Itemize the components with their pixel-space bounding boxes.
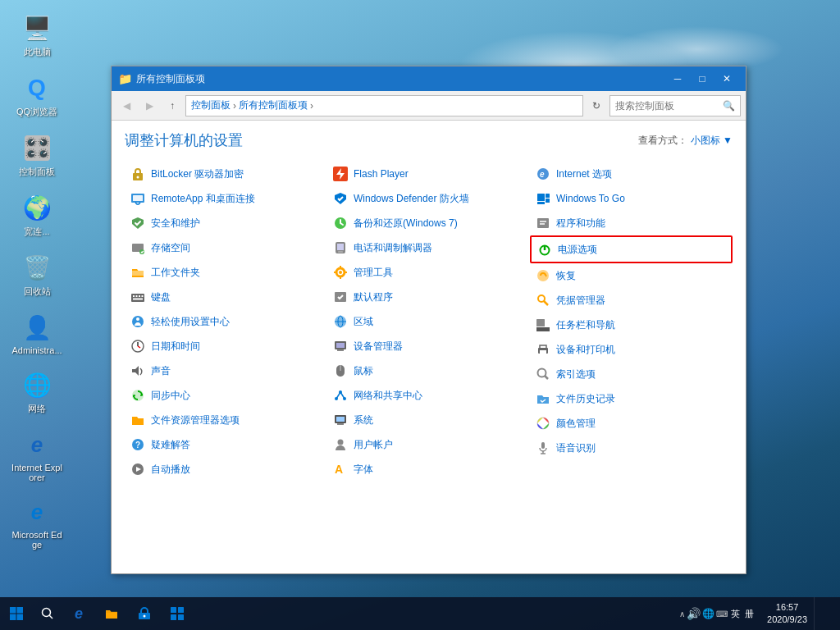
- cp-item-device[interactable]: 设备管理器: [327, 334, 530, 358]
- filehistory-icon: [535, 390, 551, 407]
- cp-item-color[interactable]: 颜色管理: [530, 411, 733, 436]
- svg-line-17: [138, 346, 140, 348]
- cp-item-internet[interactable]: e Internet 选项: [530, 162, 733, 186]
- desktop-icon-network[interactable]: 🌐 网络: [8, 365, 66, 418]
- up-button[interactable]: ↑: [162, 96, 182, 116]
- cp-item-default[interactable]: 默认程序: [327, 285, 530, 309]
- cp-item-taskbar[interactable]: 任务栏和导航: [530, 313, 733, 337]
- tray-speaker[interactable]: 🔊: [687, 607, 701, 620]
- cp-item-mouse[interactable]: 鼠标: [327, 358, 530, 383]
- tray-action[interactable]: ⌨: [716, 609, 728, 619]
- cp-item-remoteapp[interactable]: RemoteApp 和桌面连接: [125, 186, 327, 211]
- cp-item-indexing[interactable]: 索引选项: [530, 362, 733, 386]
- svg-point-68: [538, 295, 545, 302]
- address-box[interactable]: 控制面板 › 所有控制面板项 ›: [185, 95, 583, 116]
- desktop-icon-recycle-bin[interactable]: 🗑️ 回收站: [8, 248, 66, 301]
- tray-lang[interactable]: 英: [729, 608, 742, 620]
- desktop-icon-edge[interactable]: e Microsoft Edge: [8, 492, 66, 553]
- cp-item-workfolder[interactable]: 工作文件夹: [125, 260, 327, 285]
- cp-item-devprint[interactable]: 设备和打印机: [530, 337, 733, 362]
- cp-item-bitlocker[interactable]: BitLocker 驱动器加密: [125, 162, 327, 186]
- desktop-icon-admin[interactable]: 👤 Administra...: [8, 308, 66, 358]
- cp-item-ease[interactable]: 轻松使用设置中心: [125, 309, 327, 334]
- view-value[interactable]: 小图标 ▼: [691, 134, 733, 148]
- cp-item-recovery[interactable]: 恢复: [530, 263, 733, 288]
- cp-item-defender[interactable]: Windows Defender 防火墙: [327, 186, 530, 211]
- fileexplorer-label: 文件资源管理器选项: [151, 413, 240, 427]
- cp-item-datetime[interactable]: 日期和时间: [125, 334, 327, 358]
- cp-item-fileexplorer[interactable]: 文件资源管理器选项: [125, 408, 327, 432]
- desktop-icon-control-panel[interactable]: 🎛️ 控制面板: [8, 128, 66, 181]
- desktop-icon-this-pc[interactable]: 🖥️ 此电脑: [8, 8, 66, 62]
- explorer-taskbar-icon: [104, 606, 119, 621]
- cp-item-backup[interactable]: 备份和还原(Windows 7): [327, 211, 530, 235]
- title-bar: 📁 所有控制面板项 ─ □ ✕: [112, 66, 746, 91]
- cp-item-speech[interactable]: 语音识别: [530, 436, 733, 460]
- breadcrumb-all-items[interactable]: 所有控制面板项: [239, 98, 308, 112]
- cp-item-power[interactable]: 电源选项: [530, 235, 733, 263]
- cp-item-network[interactable]: 网络和共享中心: [327, 383, 530, 408]
- search-input[interactable]: [615, 100, 719, 112]
- cp-item-system[interactable]: 系统: [327, 408, 530, 432]
- svg-rect-61: [537, 218, 549, 228]
- window-icon: 📁: [118, 72, 131, 85]
- cp-item-filehistory[interactable]: 文件历史记录: [530, 386, 733, 411]
- cp-item-user[interactable]: 用户帐户: [327, 432, 530, 457]
- color-icon: [535, 415, 551, 431]
- cp-item-programs[interactable]: 程序和功能: [530, 211, 733, 235]
- cp-item-windowsto[interactable]: Windows To Go: [530, 186, 733, 211]
- cp-item-autoplay[interactable]: 自动播放: [125, 457, 327, 482]
- minimize-button[interactable]: ─: [665, 66, 690, 91]
- taskbar-clock[interactable]: 16:57 2020/9/23: [760, 601, 814, 627]
- svg-rect-70: [536, 327, 550, 331]
- cp-item-sound[interactable]: 声音: [125, 358, 327, 383]
- show-desktop-button[interactable]: [814, 597, 837, 630]
- defender-icon: [332, 190, 349, 207]
- this-pc-label: 此电脑: [24, 46, 51, 58]
- cp-item-sync[interactable]: 同步中心: [125, 383, 327, 408]
- cp-item-storage[interactable]: 存储空间: [125, 235, 327, 260]
- svg-line-48: [336, 392, 340, 399]
- edge-icon: e: [21, 495, 53, 528]
- close-button[interactable]: ✕: [714, 66, 739, 91]
- search-box[interactable]: 🔍: [609, 95, 741, 116]
- forward-button[interactable]: ▶: [139, 96, 159, 116]
- internet-label: Internet 选项: [556, 167, 612, 181]
- maximize-button[interactable]: □: [690, 66, 714, 91]
- svg-rect-51: [336, 417, 345, 422]
- cp-item-flash[interactable]: Flash Player: [327, 162, 530, 186]
- cp-item-phone[interactable]: 电话和调制解调器: [327, 235, 530, 260]
- refresh-button[interactable]: ↻: [587, 96, 606, 116]
- speech-icon: [535, 440, 551, 456]
- svg-rect-10: [139, 295, 140, 297]
- svg-point-32: [339, 271, 342, 274]
- cp-item-manage[interactable]: 管理工具: [327, 260, 530, 285]
- cp-item-font[interactable]: A 字体: [327, 457, 530, 482]
- taskbar-icon-explorer[interactable]: [95, 597, 128, 630]
- cp-item-security[interactable]: 安全和维护: [125, 211, 327, 235]
- cp-item-keyboard[interactable]: 键盘: [125, 285, 327, 309]
- ease-icon: [130, 313, 146, 330]
- breadcrumb-control-panel[interactable]: 控制面板: [191, 98, 231, 112]
- desktop-icon-broadband[interactable]: 🌍 宽连...: [8, 188, 66, 241]
- svg-rect-3: [133, 195, 143, 201]
- taskbar-icon-store[interactable]: [128, 597, 161, 630]
- tray-network[interactable]: 🌐: [702, 608, 714, 619]
- cp-item-troubleshoot[interactable]: ? 疑难解答: [125, 432, 327, 457]
- svg-rect-58: [546, 194, 550, 198]
- taskbar-icon-cp[interactable]: [161, 597, 194, 630]
- desktop-icon-qq-browser[interactable]: Q QQ浏览器: [8, 68, 66, 121]
- cp-item-credential[interactable]: 凭据管理器: [530, 288, 733, 313]
- cp-item-region[interactable]: 区域: [327, 309, 530, 334]
- security-icon: [130, 215, 146, 231]
- back-button[interactable]: ◀: [116, 96, 136, 116]
- svg-text:e: e: [540, 170, 545, 179]
- desktop-icon-ie[interactable]: e Internet Explorer: [8, 425, 66, 486]
- tray-ime[interactable]: 册: [743, 608, 756, 620]
- tray-chevron[interactable]: ∧: [679, 609, 685, 619]
- start-button[interactable]: [0, 597, 33, 630]
- taskbar-search-button[interactable]: [33, 597, 62, 630]
- default-icon: [332, 289, 349, 305]
- taskbar-icon-edge[interactable]: e: [62, 597, 95, 630]
- workfolder-label: 工作文件夹: [151, 266, 200, 280]
